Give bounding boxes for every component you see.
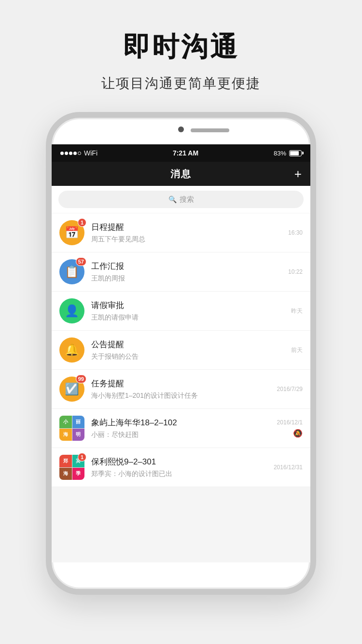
list-item[interactable]: 郑 宾 海 季 1 保利熙悦9–2–301 郑季宾：小海的设计图已出 2016/… — [52, 448, 310, 487]
item-subtitle: 王凯的周报 — [91, 274, 281, 283]
item-time: 2016/12/31 — [274, 464, 303, 471]
nav-title: 消息 — [170, 168, 192, 181]
item-meta: 16:30 — [288, 229, 303, 236]
item-title: 请假审批 — [91, 300, 284, 311]
avatar-wrap: 📅 1 — [59, 220, 84, 245]
item-meta: 昨天 — [291, 307, 303, 315]
avatar-wrap: 郑 宾 海 季 1 — [59, 455, 84, 480]
item-meta: 10:22 — [288, 268, 303, 275]
avatar-cell: 海 — [59, 468, 72, 480]
avatar-cell: 海 — [59, 429, 72, 441]
item-content: 象屿上海年华18–2–102 小丽：尽快赶图 — [91, 417, 270, 439]
report-icon: 📋 — [65, 265, 79, 279]
item-meta: 2016/12/1 🔕 — [277, 419, 303, 438]
item-subtitle: 海小海别墅1–201的设计图设计任务 — [91, 392, 270, 400]
status-time: 7:21 AM — [173, 149, 198, 157]
signal-dot-2 — [65, 152, 68, 155]
signal-dot-5 — [78, 152, 81, 155]
signal-dot-3 — [69, 152, 72, 155]
item-title: 公告提醒 — [91, 339, 284, 350]
battery-percent: 83% — [274, 150, 286, 157]
item-time: 10:22 — [288, 268, 303, 275]
item-title: 象屿上海年华18–2–102 — [91, 417, 270, 428]
item-meta: 2016/12/31 — [274, 464, 303, 471]
task-icon: ☑️ — [65, 382, 79, 396]
avatar-cell: 丽 — [72, 416, 85, 428]
signal-dot-4 — [73, 152, 77, 155]
item-content: 日程提醒 周五下午要见周总 — [91, 222, 281, 244]
avatar-wrap: 📋 57 — [59, 259, 84, 284]
item-time: 2016/12/1 — [277, 419, 303, 426]
search-input[interactable]: 🔍 搜索 — [58, 191, 304, 208]
search-bar: 🔍 搜索 — [52, 186, 310, 213]
search-placeholder: 搜索 — [180, 195, 194, 204]
battery-fill — [290, 151, 299, 155]
phone-screen: WiFi 7:21 AM 83% 消息 + 🔍 — [52, 144, 310, 562]
calendar-icon: 📅 — [65, 226, 79, 239]
item-time: 前天 — [291, 346, 303, 354]
item-time: 昨天 — [291, 307, 303, 315]
wifi-icon: WiFi — [84, 149, 97, 157]
item-title: 日程提醒 — [91, 222, 281, 233]
item-subtitle: 关于报销的公告 — [91, 352, 284, 361]
battery-icon — [289, 150, 302, 156]
item-content: 任务提醒 海小海别墅1–201的设计图设计任务 — [91, 378, 270, 400]
avatar: 👤 — [59, 298, 84, 323]
item-title: 保利熙悦9–2–301 — [91, 456, 267, 467]
item-subtitle: 王凯的请假申请 — [91, 313, 284, 322]
list-item[interactable]: 📅 1 日程提醒 周五下午要见周总 16:30 — [52, 213, 310, 252]
item-meta: 前天 — [291, 346, 303, 354]
item-title: 任务提醒 — [91, 378, 270, 389]
item-subtitle: 郑季宾：小海的设计图已出 — [91, 470, 267, 478]
signal-dot-1 — [60, 152, 64, 155]
item-meta: 2016/7/29 — [277, 386, 303, 392]
avatar-wrap: 小 丽 海 明 — [59, 416, 84, 441]
speaker-icon — [191, 128, 229, 132]
avatar-wrap: 👤 — [59, 298, 84, 323]
unread-badge: 57 — [76, 257, 86, 266]
item-time: 2016/7/29 — [277, 386, 303, 392]
list-item[interactable]: 📋 57 工作汇报 王凯的周报 10:22 — [52, 252, 310, 292]
item-content: 公告提醒 关于报销的公告 — [91, 339, 284, 361]
hero-section: 即时沟通 让项目沟通更简单更便捷 — [0, 0, 362, 107]
item-content: 请假审批 王凯的请假申请 — [91, 300, 284, 322]
avatar-wrap: 🔔 — [59, 337, 84, 363]
avatar-cell: 郑 — [59, 455, 72, 467]
hero-subtitle: 让项目沟通更简单更便捷 — [101, 74, 261, 93]
avatar: 🔔 — [59, 337, 84, 363]
search-icon: 🔍 — [168, 196, 177, 203]
unread-badge: 1 — [78, 453, 86, 462]
list-item[interactable]: 👤 请假审批 王凯的请假申请 昨天 — [52, 292, 310, 331]
avatar-cell: 明 — [72, 429, 85, 441]
message-list: 📅 1 日程提醒 周五下午要见周总 16:30 — [52, 213, 310, 487]
message-list-container: 🔍 搜索 📅 1 日程提醒 周五下午要见周总 — [52, 186, 310, 562]
status-right: 83% — [274, 150, 302, 157]
unread-badge: 1 — [78, 218, 86, 227]
phone-mockup: WiFi 7:21 AM 83% 消息 + 🔍 — [46, 112, 316, 595]
list-item[interactable]: ☑️ 99 任务提醒 海小海别墅1–201的设计图设计任务 2016/7/29 — [52, 370, 310, 409]
list-item[interactable]: 🔔 公告提醒 关于报销的公告 前天 — [52, 331, 310, 370]
battery-bar — [289, 150, 302, 156]
status-left: WiFi — [60, 149, 97, 157]
group-avatar: 小 丽 海 明 — [59, 416, 84, 441]
camera-icon — [178, 126, 184, 132]
item-subtitle: 小丽：尽快赶图 — [91, 431, 270, 439]
notice-icon: 🔔 — [65, 343, 79, 357]
avatar-cell: 小 — [59, 416, 72, 428]
item-content: 工作汇报 王凯的周报 — [91, 261, 281, 283]
mute-icon: 🔕 — [293, 429, 303, 438]
item-time: 16:30 — [288, 229, 303, 236]
avatar-cell: 季 — [72, 468, 85, 480]
add-button[interactable]: + — [294, 167, 302, 182]
leave-icon: 👤 — [65, 304, 79, 318]
list-item[interactable]: 小 丽 海 明 象屿上海年华18–2–102 小丽：尽快赶图 2016/12/1… — [52, 409, 310, 448]
status-bar: WiFi 7:21 AM 83% — [52, 144, 310, 162]
hero-title: 即时沟通 — [123, 29, 239, 66]
nav-bar: 消息 + — [52, 162, 310, 186]
item-content: 保利熙悦9–2–301 郑季宾：小海的设计图已出 — [91, 456, 267, 478]
avatar-wrap: ☑️ 99 — [59, 377, 84, 402]
item-title: 工作汇报 — [91, 261, 281, 272]
item-subtitle: 周五下午要见周总 — [91, 235, 281, 244]
unread-badge: 99 — [76, 375, 86, 383]
signal-icon — [60, 152, 81, 155]
